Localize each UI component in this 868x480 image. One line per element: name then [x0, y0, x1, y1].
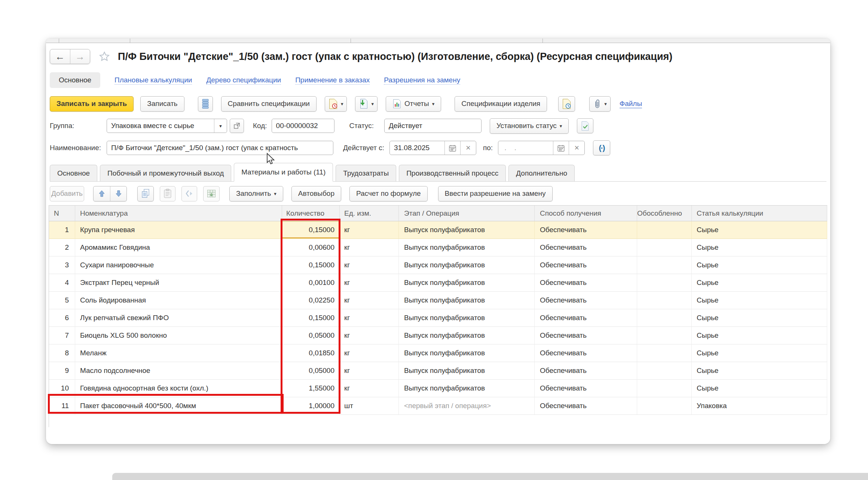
copy-row-button[interactable] — [137, 186, 154, 201]
cell-n[interactable]: 11 — [49, 397, 75, 415]
cell-qty[interactable]: 0,05000 — [282, 362, 340, 380]
cell-n[interactable]: 4 — [49, 274, 75, 292]
table-row-6[interactable]: 6Лук репчатый свежий ПФО0,15000кгВыпуск … — [49, 309, 827, 327]
cell-separate[interactable] — [637, 380, 692, 397]
table-row-5[interactable]: 5Соль йодированная0,02250кгВыпуск полуфа… — [49, 292, 827, 309]
cell-name[interactable]: Аромамикс Говядина — [75, 239, 282, 256]
cell-name[interactable]: Пакет фасовочный 400*500, 40мкм — [75, 397, 282, 415]
column-header-name[interactable]: Номенклатура — [75, 206, 282, 221]
cell-cost[interactable]: Сырье — [692, 344, 827, 362]
cell-qty[interactable]: 1,00000 — [282, 397, 340, 415]
table-row-7[interactable]: 7Биоцель XLG 500 волокно0,05000кгВыпуск … — [49, 327, 827, 344]
table-row-11[interactable]: 11Пакет фасовочный 400*500, 40мкм1,00000… — [49, 397, 827, 415]
cell-stage[interactable]: Выпуск полуфабрикатов — [399, 256, 535, 274]
reports-button[interactable]: Отчеты ▾ — [386, 96, 441, 112]
tab-main[interactable]: Основное — [50, 165, 97, 181]
cell-qty[interactable]: 0,05000 — [282, 327, 340, 344]
cell-cost[interactable]: Сырье — [692, 292, 827, 309]
column-header-unit[interactable]: Ед. изм. — [340, 206, 399, 221]
cell-separate[interactable] — [637, 274, 692, 292]
change-history-button[interactable] — [558, 96, 575, 112]
column-header-n[interactable]: N — [49, 206, 75, 221]
compare-specifications-button[interactable]: Сравнить спецификации — [221, 96, 317, 112]
cell-unit[interactable]: кг — [340, 380, 399, 397]
cell-separate[interactable] — [637, 327, 692, 344]
valid-from-date-input[interactable]: 31.08.2025 × — [389, 141, 476, 155]
cell-method[interactable]: Обеспечивать — [535, 362, 637, 380]
cell-name[interactable]: Соль йодированная — [75, 292, 282, 309]
product-specifications-button[interactable]: Спецификации изделия — [455, 96, 547, 112]
cell-stage[interactable]: Выпуск полуфабрикатов — [399, 327, 535, 344]
cell-method[interactable]: Обеспечивать — [535, 256, 637, 274]
cell-n[interactable]: 9 — [49, 362, 75, 380]
open-group-button[interactable] — [230, 119, 244, 133]
cell-unit[interactable]: кг — [340, 256, 399, 274]
cell-qty[interactable]: 0,15000 — [282, 221, 340, 239]
cell-unit[interactable]: кг — [340, 274, 399, 292]
table-row-3[interactable]: 3Сухари панировочные0,15000кгВыпуск полу… — [49, 256, 827, 274]
cell-n[interactable]: 1 — [49, 221, 75, 239]
column-header-stage[interactable]: Этап / Операция — [399, 206, 535, 221]
cell-qty[interactable]: 0,15000 — [282, 309, 340, 327]
cell-n[interactable]: 7 — [49, 327, 75, 344]
nav-link-planned-calculations[interactable]: Плановые калькуляции — [114, 76, 192, 85]
cell-name[interactable]: Масло подсолнечное — [75, 362, 282, 380]
tab-production-process[interactable]: Производственный процесс — [399, 165, 506, 181]
cell-method[interactable]: Обеспечивать — [535, 239, 637, 256]
cell-separate[interactable] — [637, 344, 692, 362]
cell-method[interactable]: Обеспечивать — [535, 221, 637, 239]
cell-cost[interactable]: Сырье — [692, 380, 827, 397]
swap-arrows-button[interactable] — [181, 186, 197, 201]
column-header-method[interactable]: Способ получения — [535, 206, 637, 221]
cell-stage[interactable]: Выпуск полуфабрикатов — [399, 221, 535, 239]
move-up-button[interactable] — [94, 186, 110, 201]
combo-caret-icon[interactable]: ▾ — [214, 119, 227, 133]
autoselect-button[interactable]: Автовыбор — [291, 186, 341, 201]
cell-cost[interactable]: Сырье — [692, 256, 827, 274]
favorite-star-icon[interactable] — [98, 51, 110, 63]
attachments-split-button[interactable]: ▾ — [589, 96, 611, 112]
import-table-button[interactable] — [203, 186, 220, 201]
cell-stage[interactable]: Выпуск полуфабрикатов — [399, 344, 535, 362]
cell-qty[interactable]: 0,00600 — [282, 239, 340, 256]
cell-separate[interactable] — [637, 362, 692, 380]
cell-cost[interactable]: Сырье — [692, 221, 827, 239]
validity-period-button[interactable]: (·) — [593, 140, 610, 155]
back-button[interactable]: ← — [50, 49, 70, 64]
cell-stage[interactable]: Выпуск полуфабрикатов — [399, 239, 535, 256]
cell-cost[interactable]: Сырье — [692, 274, 827, 292]
paste-row-button[interactable] — [160, 186, 175, 201]
table-row-9[interactable]: 9Масло подсолнечное0,05000кгВыпуск полуф… — [49, 362, 827, 380]
cell-stage[interactable]: Выпуск полуфабрикатов — [399, 380, 535, 397]
save-and-close-button[interactable]: Записать и закрыть — [50, 96, 134, 112]
cell-name[interactable]: Меланж — [75, 344, 282, 362]
cell-separate[interactable] — [637, 221, 692, 239]
column-header-separate[interactable]: Обособленно — [637, 206, 692, 221]
cell-n[interactable]: 3 — [49, 256, 75, 274]
structure-button[interactable] — [198, 96, 213, 112]
cell-method[interactable]: Обеспечивать — [535, 309, 637, 327]
cell-qty[interactable]: 0,01850 — [282, 344, 340, 362]
cell-method[interactable]: Обеспечивать — [535, 274, 637, 292]
cell-stage[interactable]: <первый этап / операция> — [399, 397, 535, 415]
nav-link-usage-in-orders[interactable]: Применение в заказах — [295, 76, 370, 85]
move-down-button[interactable] — [110, 186, 126, 201]
nav-link-spec-tree[interactable]: Дерево спецификации — [206, 76, 281, 85]
cell-n[interactable]: 5 — [49, 292, 75, 309]
cell-method[interactable]: Обеспечивать — [535, 380, 637, 397]
cell-name[interactable]: Экстракт Перец черный — [75, 274, 282, 292]
cell-separate[interactable] — [637, 292, 692, 309]
table-row-4[interactable]: 4Экстракт Перец черный0,00100кгВыпуск по… — [49, 274, 827, 292]
tab-materials-and-works[interactable]: Материалы и работы (11) — [234, 163, 333, 182]
name-input[interactable]: П/Ф Биточки "Детские"_1/50 (зам.) гост (… — [107, 141, 333, 155]
cell-qty[interactable]: 0,02250 — [282, 292, 340, 309]
fill-button[interactable]: Заполнить▾ — [229, 186, 283, 201]
calendar-icon[interactable] — [444, 141, 460, 155]
cell-qty[interactable]: 0,15000 — [282, 256, 340, 274]
cell-method[interactable]: Обеспечивать — [535, 397, 637, 415]
cell-cost[interactable]: Сырье — [692, 309, 827, 327]
cell-name[interactable]: Крупа гречневая — [75, 221, 282, 239]
cell-stage[interactable]: Выпуск полуфабрикатов — [399, 309, 535, 327]
column-header-cost[interactable]: Статья калькуляции — [692, 206, 827, 221]
cell-stage[interactable]: Выпуск полуфабрикатов — [399, 292, 535, 309]
